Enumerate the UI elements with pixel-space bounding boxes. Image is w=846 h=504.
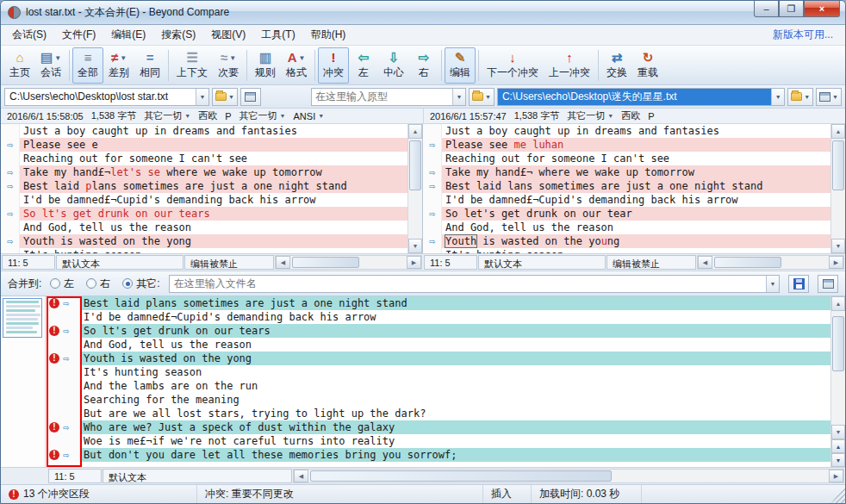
rules-button[interactable]: ▥规则 — [250, 47, 281, 84]
line-text[interactable]: Just a boy caught up in dreams and fanta… — [20, 124, 407, 138]
scroll-right-icon[interactable]: ▶ — [829, 470, 843, 482]
conflicts-button[interactable]: !冲突 — [318, 47, 349, 84]
menu-item[interactable]: 工具(T) — [253, 25, 302, 45]
left-options-button[interactable] — [240, 88, 261, 106]
left-pane-horizontal-scrollbar[interactable]: ◀ ▶ — [275, 255, 422, 270]
line-text[interactable]: Reaching out for someone I can't see — [20, 152, 407, 165]
resize-grip[interactable] — [831, 485, 845, 503]
swap-button[interactable]: ⇄交换 — [601, 47, 632, 84]
line-text[interactable]: Take my hand£¬let's se where we wake up … — [20, 165, 407, 179]
dropdown-arrow-icon[interactable]: ▼ — [607, 113, 613, 119]
minimap-viewport[interactable] — [3, 298, 42, 338]
merged-pane-horizontal-scrollbar[interactable]: ◀ ▶ — [293, 469, 844, 483]
take-center-button[interactable]: ⇩中心 — [378, 47, 409, 84]
next-conflict-button[interactable]: ↓下一个冲突 — [482, 47, 544, 84]
scroll-thumb[interactable] — [310, 470, 612, 482]
output-filename-input[interactable] — [170, 276, 766, 292]
save-output-button[interactable] — [788, 275, 809, 293]
scroll-track[interactable] — [290, 256, 407, 269]
menu-item[interactable]: 文件(F) — [54, 25, 103, 45]
take-right-button[interactable]: ⇨右 — [409, 47, 439, 84]
scroll-right-icon[interactable]: ▶ — [829, 256, 843, 269]
panel-toggle-button[interactable] — [818, 275, 838, 293]
line-text[interactable]: So lt's get drunk on our tears — [20, 207, 407, 221]
browse-ancestor-button[interactable]: ▼ — [469, 88, 495, 106]
left-pane-lines[interactable]: Just a boy caught up in dreams and fanta… — [1, 124, 407, 253]
scroll-down-icon[interactable]: ▼ — [408, 239, 422, 253]
scroll-thumb[interactable] — [714, 257, 781, 268]
scroll-down-icon[interactable]: ▼ — [831, 239, 845, 253]
line-text[interactable]: And God, tell us the reason — [80, 338, 830, 352]
line-text[interactable]: And the lambs are on the run — [80, 379, 830, 393]
take-left-button[interactable]: ⇦左 — [349, 47, 378, 84]
menu-item[interactable]: 编辑(E) — [103, 25, 153, 45]
line-text[interactable]: Searching for the meaning — [80, 393, 830, 407]
edit-button[interactable]: ✎编辑 — [445, 47, 476, 84]
browse-left-button[interactable]: ▼ — [212, 88, 238, 106]
minor-button[interactable]: ≈▼次要 — [213, 47, 244, 84]
scroll-thumb[interactable] — [832, 316, 844, 371]
line-text[interactable]: Reaching out for someone I can't see — [442, 152, 830, 165]
line-text[interactable]: And God, tell us the reason — [20, 221, 407, 234]
menu-item[interactable]: 搜索(S) — [153, 25, 203, 45]
file-info-item[interactable]: ANSI — [294, 111, 316, 121]
line-text[interactable]: Best laid plans sometimes are just a one… — [80, 296, 830, 310]
line-text[interactable]: Woe is me£¬if we're not careful turns in… — [80, 434, 830, 448]
scroll-track[interactable] — [408, 139, 422, 239]
close-button[interactable]: × — [804, 1, 840, 17]
line-text[interactable]: So let's get drunk on our tear — [442, 207, 830, 221]
scroll-right-icon[interactable]: ▶ — [407, 256, 421, 269]
scroll-track[interactable] — [712, 256, 829, 269]
left-path-combobox[interactable]: C:\Users\echo\Desktop\lost star.txt ▼ — [4, 88, 209, 106]
scroll-left-icon[interactable]: ◀ — [294, 470, 308, 482]
radio-icon[interactable] — [122, 278, 133, 289]
scroll-track[interactable] — [831, 311, 845, 425]
scroll-up-icon[interactable]: ▲ — [408, 124, 422, 139]
minimize-button[interactable]: – — [754, 1, 779, 17]
update-available-link[interactable]: 新版本可用... — [773, 28, 842, 42]
scroll-thumb[interactable] — [292, 257, 359, 268]
right-pane-horizontal-scrollbar[interactable]: ◀ ▶ — [697, 255, 844, 270]
chevron-down-icon[interactable]: ▼ — [766, 276, 779, 292]
show-all-button[interactable]: ≡全部 — [72, 47, 103, 84]
menu-item[interactable]: 帮助(H) — [303, 25, 354, 45]
line-text[interactable]: And God, tell us the reason — [442, 221, 830, 234]
merged-pane-vertical-scrollbar[interactable]: ▲ ▼ ▲ ▼ — [830, 296, 845, 467]
previous-section-button[interactable]: ▲ — [831, 439, 845, 453]
chevron-down-icon[interactable]: ▼ — [452, 89, 465, 105]
next-section-button[interactable]: ▼ — [831, 453, 845, 467]
dropdown-arrow-icon[interactable]: ▼ — [184, 113, 190, 119]
line-text[interactable]: Take my hand£¬ where we wake up tomorrow — [442, 165, 830, 179]
line-text[interactable]: It's hunting season — [80, 365, 830, 379]
menu-item[interactable]: 会话(S) — [4, 25, 54, 45]
merge-target-option[interactable]: 左 — [50, 277, 74, 291]
dropdown-arrow-icon[interactable]: ▼ — [280, 113, 286, 119]
right-path-combobox[interactable]: C:\Users\echo\Desktop\迷失的星星.txt ▼ — [497, 88, 785, 106]
scroll-thumb[interactable] — [409, 140, 421, 190]
line-text[interactable]: Just a boy caught up in dreams and fanta… — [442, 124, 830, 138]
file-info-item[interactable]: 其它一切 — [239, 109, 277, 122]
line-text[interactable]: I'd be damned£¬Cupid's demanding back hi… — [442, 193, 830, 207]
right-pane-lines[interactable]: Just a boy caught up in dreams and fanta… — [423, 124, 830, 253]
merge-target-option[interactable]: 右 — [86, 277, 110, 291]
scroll-track[interactable] — [308, 470, 829, 482]
line-text[interactable]: Who are we? Just a speck of dust within … — [80, 420, 830, 434]
line-text[interactable]: I'd be damned£¬Cupid's demanding back hi… — [80, 310, 830, 324]
browse-right-button[interactable]: ▼ — [787, 88, 813, 106]
chevron-down-icon[interactable]: ▼ — [771, 89, 784, 105]
file-info-item[interactable]: 其它一切 — [144, 109, 182, 122]
scroll-left-icon[interactable]: ◀ — [698, 256, 712, 269]
scroll-down-icon[interactable]: ▼ — [831, 425, 845, 439]
line-text[interactable]: Please see me luhan — [442, 138, 830, 152]
merged-pane-lines[interactable]: !⇨Best laid plans sometimes are just a o… — [46, 296, 830, 467]
context-button[interactable]: ☰上下文 — [171, 47, 213, 84]
radio-icon[interactable] — [50, 278, 60, 289]
line-text[interactable]: Please see e — [20, 138, 407, 152]
line-text[interactable]: But don't you dare let all these memorie… — [80, 448, 830, 462]
differences-button[interactable]: ≠▼差别 — [103, 47, 134, 84]
scroll-track[interactable] — [831, 139, 845, 239]
menu-item[interactable]: 视图(V) — [203, 25, 253, 45]
session-button[interactable]: ▤▼会话 — [35, 47, 66, 84]
line-text[interactable]: So lt's get drunk on our tears — [80, 324, 830, 338]
left-pane-vertical-scrollbar[interactable]: ▲ ▼ — [407, 124, 422, 253]
